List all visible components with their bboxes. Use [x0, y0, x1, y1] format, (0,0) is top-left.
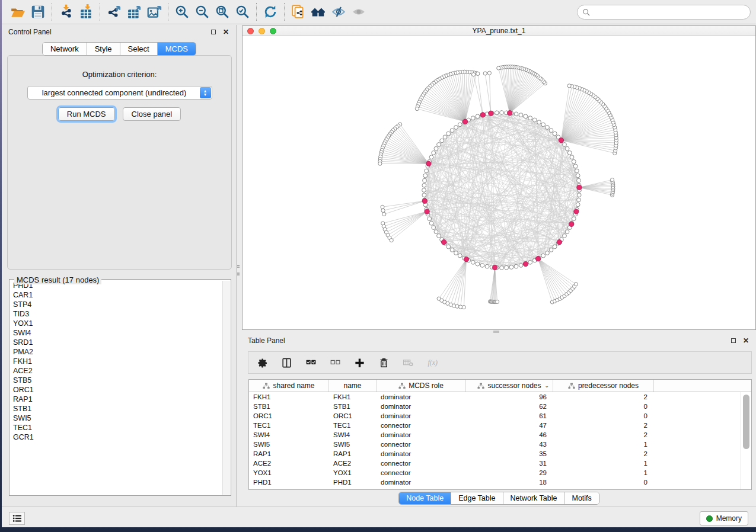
import-network-button[interactable] [56, 3, 76, 21]
export-network-button[interactable] [104, 3, 124, 21]
table-cell: ACE2 [329, 459, 377, 468]
table-settings-gear-button[interactable] [257, 357, 268, 368]
table-row[interactable]: PHD1PHD1dominator180 [249, 477, 751, 487]
close-table-panel-button[interactable]: ✕ [742, 336, 750, 345]
zoom-in-button[interactable] [172, 3, 192, 21]
main-toolbar [2, 0, 756, 24]
tab-style[interactable]: Style [87, 43, 120, 55]
table-row[interactable]: SWI4SWI4dominator462 [249, 430, 751, 440]
mcds-result-item[interactable]: SWI5 [13, 414, 222, 423]
zoom-selected-button[interactable] [232, 3, 253, 21]
zoom-out-button[interactable] [192, 3, 212, 21]
mcds-result-item[interactable]: STB1 [13, 404, 222, 414]
export-table-button[interactable] [124, 3, 144, 21]
column-header-successor-nodes[interactable]: successor nodes⌄ [466, 380, 553, 392]
mcds-result-item[interactable]: STB5 [13, 376, 222, 385]
table-row[interactable]: ORC1ORC1dominator610 [249, 411, 751, 421]
table-cell: PHD1 [249, 477, 329, 487]
tab-node-table[interactable]: Node Table [399, 492, 451, 504]
mcds-result-item[interactable]: SWI4 [13, 328, 222, 338]
optimization-criterion-select[interactable]: largest connected component (undirected)… [27, 86, 212, 100]
column-header-shared-name[interactable]: shared name [249, 380, 329, 392]
search-box[interactable] [577, 5, 751, 20]
table-scrollbar[interactable] [743, 395, 749, 449]
run-mcds-button[interactable]: Run MCDS [58, 107, 115, 121]
column-layout-button[interactable] [281, 357, 292, 368]
mcds-result-item[interactable]: CAR1 [13, 290, 222, 300]
export-image-button[interactable] [144, 3, 164, 21]
mcds-result-item[interactable]: GCR1 [13, 432, 222, 442]
float-table-panel-button[interactable] [729, 336, 738, 345]
mcds-result-item[interactable]: TID3 [13, 309, 222, 319]
search-input[interactable] [591, 8, 750, 17]
zoom-in-icon [174, 4, 190, 20]
mcds-result-item[interactable]: TEC1 [13, 423, 222, 432]
tab-motifs[interactable]: Motifs [564, 492, 598, 504]
table-row[interactable]: SWI5SWI5connector431 [249, 440, 751, 449]
table-row[interactable]: YOX1YOX1connector291 [249, 468, 751, 477]
table-cell: dominator [377, 411, 466, 421]
tab-select[interactable]: Select [120, 43, 158, 55]
vertical-splitter[interactable] [237, 25, 240, 507]
table-cell: 1 [553, 468, 654, 477]
network-window-titlebar[interactable]: YPA_prune.txt_1 [243, 26, 755, 36]
column-header-MCDS-role[interactable]: MCDS role [377, 380, 466, 392]
table-row[interactable]: STB1STB1dominator620 [249, 402, 751, 411]
column-type-icon [398, 383, 406, 389]
toolbar-separator [168, 3, 168, 21]
save-session-button[interactable] [28, 3, 48, 21]
svg-text:f(x): f(x) [428, 358, 438, 367]
float-panel-button[interactable] [209, 28, 218, 36]
toolbar-separator [256, 3, 257, 21]
table-cell: connector [377, 459, 466, 468]
mcds-result-item[interactable]: STP4 [13, 300, 222, 309]
mcds-result-item[interactable]: ORC1 [13, 385, 222, 395]
deselect-all-button[interactable] [330, 357, 341, 368]
column-label: name [343, 382, 361, 390]
zoom-fit-button[interactable] [212, 3, 232, 21]
table-row[interactable]: ACE2ACE2connector311 [249, 459, 751, 468]
table-cell: 96 [466, 392, 553, 402]
column-type-icon [568, 383, 575, 389]
table-row[interactable]: RAP1RAP1dominator352 [249, 449, 751, 459]
close-panel-button-mcds[interactable]: Close panel [123, 107, 181, 121]
column-header-name[interactable]: name [329, 380, 377, 392]
table-row[interactable]: TEC1TEC1connector472 [249, 421, 751, 430]
new-network-from-selection-button[interactable] [288, 3, 308, 21]
mcds-result-item[interactable]: PMA2 [13, 347, 222, 357]
add-column-button[interactable] [354, 357, 365, 368]
mcds-result-item[interactable]: ACE2 [13, 366, 222, 376]
mcds-result-list[interactable]: PHD1CAR1STP4TID3YOX1SWI4SRD1PMA2FKH1ACE2… [10, 281, 222, 495]
mcds-result-item[interactable]: SRD1 [13, 338, 222, 347]
node-table[interactable]: shared namenameMCDS rolesuccessor nodes⌄… [248, 379, 752, 490]
table-cell: 31 [466, 459, 553, 468]
hide-eye-button[interactable] [328, 3, 349, 21]
table-cell: SWI4 [329, 430, 377, 440]
maximize-window-icon[interactable] [270, 28, 276, 34]
tab-edge-table[interactable]: Edge Table [451, 492, 503, 504]
tab-network-table[interactable]: Network Table [503, 492, 565, 504]
column-label: MCDS role [409, 382, 444, 390]
home-button[interactable] [308, 3, 328, 21]
minimize-window-icon[interactable] [259, 28, 265, 34]
open-file-button[interactable] [8, 3, 28, 21]
select-all-button[interactable] [305, 357, 317, 368]
mcds-result-item[interactable]: RAP1 [13, 395, 222, 404]
column-header-predecessor-nodes[interactable]: predecessor nodes [553, 380, 654, 392]
tab-mcds[interactable]: MCDS [158, 43, 196, 55]
task-history-button[interactable] [9, 512, 25, 525]
mcds-result-item[interactable]: YOX1 [13, 319, 222, 328]
network-canvas[interactable] [243, 36, 755, 329]
mcds-list-scrollbar[interactable] [222, 281, 230, 495]
memory-button[interactable]: Memory [700, 511, 748, 525]
close-panel-button[interactable]: ✕ [222, 28, 230, 36]
mcds-result-item[interactable]: FKH1 [13, 357, 222, 366]
tab-network[interactable]: Network [43, 43, 87, 55]
close-window-icon[interactable] [247, 28, 254, 34]
table-row[interactable]: FKH1FKH1dominator962 [249, 392, 751, 402]
import-table-button[interactable] [76, 3, 96, 21]
delete-column-button[interactable] [378, 357, 390, 368]
refresh-layout-button[interactable] [260, 3, 280, 21]
sort-chevron-icon[interactable]: ⌄ [544, 383, 549, 389]
table-cell: 0 [553, 477, 654, 487]
